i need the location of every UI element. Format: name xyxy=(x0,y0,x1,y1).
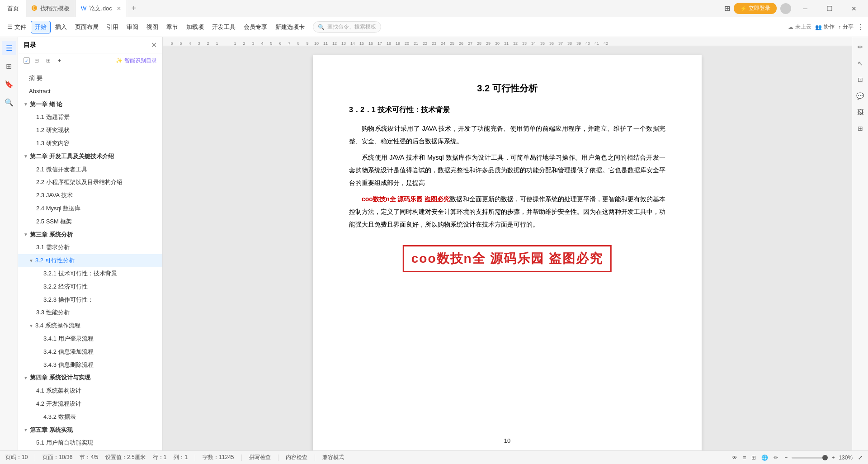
toc-item[interactable]: ▼第五章 系统实现 xyxy=(18,424,162,437)
right-sidebar-icon-3[interactable]: ⊡ xyxy=(854,73,867,86)
login-button[interactable]: ⚡ 立即登录 xyxy=(734,3,777,14)
right-expand-icon[interactable]: ⊞ xyxy=(854,122,867,135)
ai-toc-button[interactable]: ✨ 智能识别目录 xyxy=(116,57,157,65)
toc-item[interactable]: 3.2.3 操作可行性： xyxy=(18,294,162,307)
toc-collapse-all-button[interactable]: ⊟ xyxy=(32,56,42,65)
sync-button[interactable]: ☁ 未上云 xyxy=(788,23,811,31)
toc-item[interactable]: 2.5 SSM 框架 xyxy=(18,215,162,228)
ruler-mark: 26 xyxy=(457,41,466,46)
toc-item[interactable]: 3.4.3 信息删除流程 xyxy=(18,359,162,372)
toc-item[interactable]: 3.1 需求分析 xyxy=(18,241,162,254)
ruler-mark: 8 xyxy=(294,41,303,46)
minimize-button[interactable]: ─ xyxy=(795,0,816,17)
page-layout-menu-button[interactable]: 页面布局 xyxy=(71,21,102,33)
dev-tools-menu-button[interactable]: 开发工具 xyxy=(208,21,239,33)
toc-item[interactable]: 摘 要 xyxy=(18,72,162,85)
add-icon: + xyxy=(58,57,61,64)
right-comment-icon[interactable]: 💬 xyxy=(854,90,867,102)
toc-item[interactable]: ▼第四章 系统设计与实现 xyxy=(18,371,162,384)
tab-add-button[interactable]: + xyxy=(127,4,141,13)
toc-item[interactable]: 2.3 JAVA 技术 xyxy=(18,189,162,202)
collab-button[interactable]: 👥 协作 xyxy=(815,23,835,31)
tab-home[interactable]: 首页 xyxy=(0,0,26,17)
zoom-in-button[interactable]: ＋ xyxy=(830,454,836,461)
tab-doc[interactable]: W 论文.doc ✕ xyxy=(75,0,127,17)
section-title: 3.2 可行性分析 xyxy=(349,82,665,95)
toc-item[interactable]: 4.1 系统架构设计 xyxy=(18,384,162,398)
sidebar-bookmark-icon[interactable]: 🔖 xyxy=(2,77,16,91)
sidebar-toc-icon[interactable]: ☰ xyxy=(2,41,16,55)
search-box[interactable]: 🔍 查找命令、搜索模板 xyxy=(313,21,381,33)
tab-close-icon[interactable]: ✕ xyxy=(117,5,121,12)
start-menu-button[interactable]: 开始 xyxy=(31,21,51,33)
word-count: 字数：11245 xyxy=(203,454,234,461)
toc-item[interactable]: 1.2 研究现状 xyxy=(18,124,162,137)
eye-icon[interactable]: 👁 xyxy=(732,455,737,461)
toc-item[interactable]: 2.1 微信开发者工具 xyxy=(18,163,162,176)
edit-icon[interactable]: ✏ xyxy=(774,455,778,461)
toc-item[interactable]: ▼第一章 绪 论 xyxy=(18,98,162,111)
review-menu-button[interactable]: 审阅 xyxy=(123,21,142,33)
toc-item-label: 3.4.1 用户登录流程 xyxy=(43,334,94,344)
grid-view-icon[interactable]: ⊞ xyxy=(751,455,756,461)
ruler-mark: 7 xyxy=(285,41,294,46)
addon-menu-button[interactable]: 加载项 xyxy=(183,21,208,33)
view-menu-button[interactable]: 视图 xyxy=(143,21,162,33)
close-button[interactable]: ✕ xyxy=(844,0,864,17)
list-view-icon[interactable]: ≡ xyxy=(743,455,746,461)
fullscreen-button[interactable]: ⤢ xyxy=(858,455,863,461)
toc-item-label: 4.3.2 数据表 xyxy=(43,412,76,422)
toc-item[interactable]: 1.3 研究内容 xyxy=(18,137,162,150)
web-icon[interactable]: 🌐 xyxy=(761,455,768,461)
chapter-menu-button[interactable]: 章节 xyxy=(163,21,182,33)
ruler-mark: 6 xyxy=(167,41,176,46)
right-cursor-icon[interactable]: ↖ xyxy=(854,57,867,70)
toc-item[interactable]: ▼第二章 开发工具及关键技术介绍 xyxy=(18,150,162,163)
toc-item[interactable]: 2.4 Mysql 数据库 xyxy=(18,202,162,215)
toc-expand-all-button[interactable]: ⊞ xyxy=(43,56,53,65)
toc-close-button[interactable]: ✕ xyxy=(151,41,157,49)
insert-menu-button[interactable]: 插入 xyxy=(52,21,71,33)
file-menu-button[interactable]: ☰ 文件 xyxy=(4,21,30,33)
toc-item[interactable]: 4.3.2 数据表 xyxy=(18,411,162,424)
toc-item-label: 第五章 系统实现 xyxy=(30,426,73,435)
member-menu-button[interactable]: 会员专享 xyxy=(240,21,271,33)
toc-item[interactable]: 1.1 选题背景 xyxy=(18,111,162,124)
avatar[interactable] xyxy=(780,3,791,14)
restore-button[interactable]: ❐ xyxy=(819,0,840,17)
zoom-slider[interactable] xyxy=(792,457,828,459)
toc-item-label: 摘 要 xyxy=(29,74,42,83)
toc-item[interactable]: ▼3.2 可行性分析 xyxy=(18,254,162,267)
toc-item[interactable]: 2.2 小程序框架以及目录结构介绍 xyxy=(18,176,162,189)
content-check[interactable]: 内容检查 xyxy=(286,454,307,461)
toc-item[interactable]: 3.3 性能分析 xyxy=(18,306,162,319)
toc-item[interactable]: 5.1 用户前台功能实现 xyxy=(18,436,162,450)
toc-item[interactable]: ▼第三章 系统分析 xyxy=(18,228,162,241)
toc-item[interactable]: Abstract xyxy=(18,85,162,98)
more-button[interactable]: ⋮ xyxy=(857,23,864,31)
right-image-icon[interactable]: 🖼 xyxy=(854,106,867,118)
toc-check-all[interactable] xyxy=(24,57,30,64)
toc-item[interactable]: 第六章 系统的测试 xyxy=(18,450,162,450)
toc-item[interactable]: 4.2 开发流程设计 xyxy=(18,398,162,411)
reference-menu-button[interactable]: 引用 xyxy=(103,21,122,33)
toc-add-button[interactable]: + xyxy=(55,56,64,65)
right-edit-icon[interactable]: ✏ xyxy=(854,41,867,53)
status-sep-3 xyxy=(241,455,242,461)
toc-item[interactable]: 3.2.1 技术可行性：技术背景 xyxy=(18,267,162,280)
sidebar-pages-icon[interactable]: ⊞ xyxy=(2,59,16,73)
search-icon: 🔍 xyxy=(318,24,325,30)
sidebar-search-icon[interactable]: 🔍 xyxy=(2,95,16,109)
toc-item[interactable]: 3.2.2 经济可行性 xyxy=(18,280,162,294)
new-tab-menu-button[interactable]: 新建选项卡 xyxy=(272,21,308,33)
toc-item[interactable]: 3.4.2 信息添加流程 xyxy=(18,346,162,359)
grid-icon[interactable]: ⊞ xyxy=(724,4,730,13)
document-area[interactable]: 3.2 可行性分析 3．2．1 技术可行性：技术背景 购物系统设计采用了 JAV… xyxy=(163,46,852,450)
ruler-mark: 42 xyxy=(601,41,610,46)
toc-item[interactable]: ▼3.4 系统操作流程 xyxy=(18,319,162,332)
toc-item[interactable]: 3.4.1 用户登录流程 xyxy=(18,332,162,346)
tab-template[interactable]: 🅓 找稻壳模板 xyxy=(26,0,75,17)
share-button[interactable]: ↑ 分享 xyxy=(838,23,854,31)
spell-check[interactable]: 拼写检查 xyxy=(249,454,271,461)
zoom-out-button[interactable]: － xyxy=(783,454,789,461)
